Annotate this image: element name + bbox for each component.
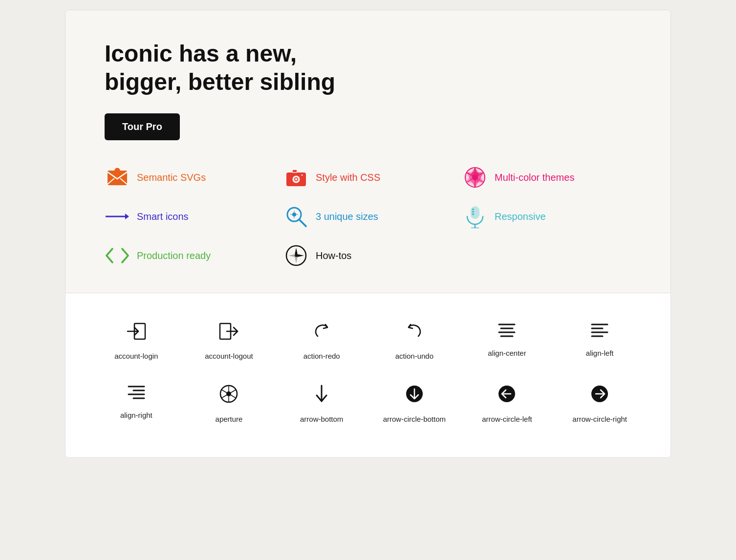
feature-label-production-ready: Production ready — [137, 250, 211, 261]
arrow-circle-right-label: arrow-circle-right — [572, 415, 627, 423]
svg-rect-24 — [472, 214, 474, 215]
align-left-icon — [591, 323, 608, 340]
camera-icon — [283, 165, 309, 190]
icon-cell-action-redo: action-redo — [280, 313, 363, 365]
feature-semantic-svgs: Semantic SVGs — [105, 165, 274, 190]
feature-label-semantic-svgs: Semantic SVGs — [137, 172, 206, 183]
arrow-circle-left-icon — [498, 385, 516, 406]
feature-label-how-tos: How-tos — [316, 250, 351, 261]
page-wrapper: Iconic has a new, bigger, better sibling… — [65, 10, 671, 458]
icon-cell-align-left: align-left — [558, 313, 641, 365]
mic-icon — [462, 204, 488, 229]
icons-row-2: align-right aperture — [95, 375, 641, 428]
features-grid: Semantic SVGs Style with CSS — [105, 165, 631, 268]
icon-cell-arrow-circle-bottom: arrow-circle-bottom — [373, 375, 456, 428]
svg-marker-29 — [295, 248, 298, 255]
action-redo-label: action-redo — [303, 352, 340, 360]
hero-title: Iconic has a new, bigger, better sibling — [105, 40, 631, 96]
icon-cell-aperture: aperture — [188, 375, 271, 428]
feature-label-smart-icons: Smart icons — [137, 211, 189, 222]
icon-cell-align-right: align-right — [95, 375, 178, 428]
svg-point-5 — [295, 178, 297, 180]
feature-responsive: Responsive — [462, 204, 631, 229]
align-right-label: align-right — [120, 411, 152, 419]
action-undo-icon — [406, 323, 423, 343]
account-logout-label: account-logout — [205, 352, 253, 360]
icon-cell-action-undo: action-undo — [373, 313, 456, 365]
aperture-pink-icon — [462, 165, 488, 190]
arrow-bottom-label: arrow-bottom — [300, 415, 343, 423]
svg-point-13 — [472, 174, 478, 180]
icon-cell-account-login: account-login — [95, 313, 178, 365]
feature-multi-color: Multi-color themes — [462, 165, 631, 190]
feature-label-3-sizes: 3 unique sizes — [316, 211, 378, 222]
svg-rect-23 — [472, 211, 474, 213]
tour-pro-button[interactable]: Tour Pro — [105, 113, 180, 140]
feature-label-style-css: Style with CSS — [316, 172, 380, 183]
feature-label-multi-color: Multi-color themes — [495, 172, 574, 183]
feature-production-ready: Production ready — [105, 243, 274, 268]
account-login-icon — [127, 323, 146, 343]
arrow-circle-right-icon — [590, 385, 609, 406]
icon-cell-arrow-circle-right: arrow-circle-right — [558, 375, 641, 428]
action-undo-label: action-undo — [395, 352, 433, 360]
icon-cell-arrow-bottom: arrow-bottom — [280, 375, 363, 428]
svg-rect-21 — [471, 207, 479, 218]
svg-line-17 — [299, 219, 306, 226]
aperture-label: aperture — [216, 415, 243, 423]
arrow-icon — [105, 204, 130, 229]
svg-rect-7 — [301, 174, 303, 176]
svg-point-53 — [226, 391, 231, 396]
compass-icon — [283, 243, 309, 268]
svg-marker-31 — [288, 254, 295, 257]
svg-marker-30 — [295, 257, 298, 263]
arrow-circle-bottom-icon — [405, 385, 424, 406]
icon-cell-account-logout: account-logout — [188, 313, 271, 365]
magnify-icon — [283, 204, 309, 229]
feature-3-sizes: 3 unique sizes — [283, 204, 453, 229]
feature-style-css: Style with CSS — [283, 165, 453, 190]
feature-smart-icons: Smart icons — [105, 204, 274, 229]
account-logout-icon — [219, 323, 238, 343]
svg-point-28 — [295, 254, 298, 257]
svg-marker-15 — [125, 214, 129, 219]
svg-rect-22 — [472, 209, 474, 210]
action-redo-icon — [313, 323, 330, 343]
arrow-bottom-icon — [314, 385, 329, 406]
feature-how-tos: How-tos — [283, 243, 453, 268]
icons-section: account-login account-logout — [65, 293, 671, 457]
icon-cell-arrow-circle-left: arrow-circle-left — [466, 375, 549, 428]
aperture-icon — [219, 385, 238, 406]
align-right-icon — [128, 385, 145, 402]
icon-cell-align-center: align-center — [466, 313, 549, 365]
svg-rect-6 — [292, 170, 297, 172]
account-login-label: account-login — [114, 352, 158, 360]
align-center-icon — [498, 323, 516, 340]
code-icon — [105, 243, 130, 268]
icons-row-1: account-login account-logout — [95, 313, 641, 365]
align-center-label: align-center — [488, 349, 526, 357]
envelope-icon — [105, 165, 130, 190]
svg-marker-32 — [297, 254, 304, 257]
feature-label-responsive: Responsive — [495, 211, 546, 222]
hero-section: Iconic has a new, bigger, better sibling… — [65, 10, 671, 293]
arrow-circle-left-label: arrow-circle-left — [482, 415, 532, 423]
align-left-label: align-left — [586, 349, 614, 357]
arrow-circle-bottom-label: arrow-circle-bottom — [383, 415, 446, 423]
